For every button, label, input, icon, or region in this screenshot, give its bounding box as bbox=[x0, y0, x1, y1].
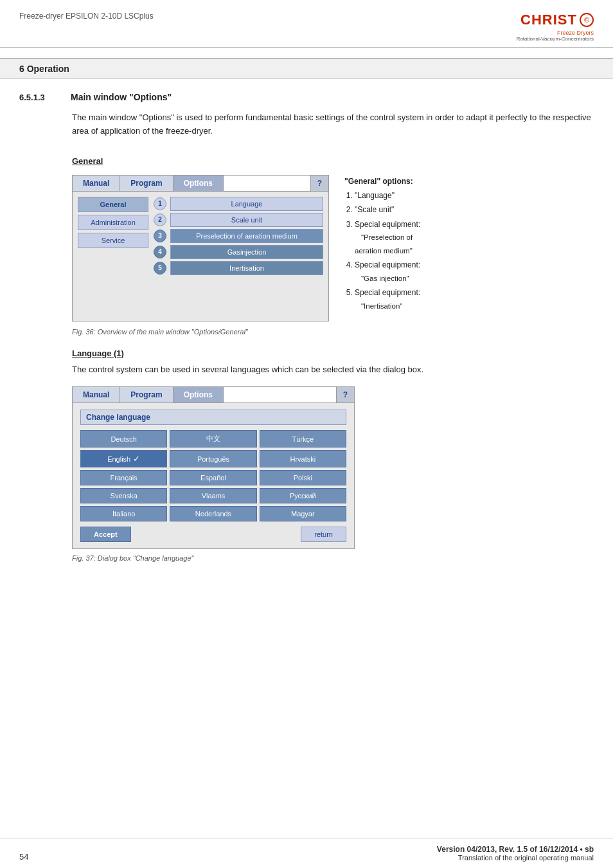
opt-num-5: 5 bbox=[154, 262, 166, 275]
figure-36-wrap: Manual Program Options ? General Adminis… bbox=[72, 175, 594, 321]
logo-text: CHRIST bbox=[520, 12, 577, 28]
intro-paragraph: The main window "Options" is used to per… bbox=[72, 111, 594, 138]
logo-area: CHRIST © Freeze Dryers Rotational-Vacuum… bbox=[517, 12, 594, 42]
lang-manual-btn[interactable]: Manual bbox=[73, 387, 120, 402]
language-section-heading: Language (1) bbox=[72, 348, 594, 358]
list-item-1: "Language" bbox=[355, 189, 420, 202]
opt-label-inertisation[interactable]: Inertisation bbox=[170, 261, 323, 275]
content-area: 6.5.1.3 Main window "Options" The main w… bbox=[0, 79, 613, 588]
subsection-heading: Main window "Options" bbox=[71, 92, 172, 102]
lang-btn-vlaams[interactable]: Vlaams bbox=[170, 488, 256, 503]
list-item-4: Special equipment:"Gas injection" bbox=[355, 258, 420, 285]
logo-circle-icon: © bbox=[580, 13, 594, 27]
panel-body-fig36: General Administration Service 1 Languag… bbox=[73, 192, 328, 321]
opt-row-2: 2 Scale unit bbox=[154, 213, 323, 227]
subsection-number: 6.5.1.3 bbox=[19, 93, 58, 102]
lang-btn-italiano[interactable]: Italiano bbox=[80, 506, 167, 521]
opt-label-language[interactable]: Language bbox=[170, 197, 323, 211]
lang-btn-russian[interactable]: Русский bbox=[260, 488, 346, 503]
help-btn-fig36[interactable]: ? bbox=[310, 176, 328, 191]
opt-row-3: 3 Preselection of aeration medium bbox=[154, 229, 323, 243]
lang-help-btn[interactable]: ? bbox=[336, 387, 354, 402]
list-item-5: Special equipment:"Inertisation" bbox=[355, 286, 420, 312]
opt-num-3: 3 bbox=[154, 230, 166, 242]
list-item-2: "Scale unit" bbox=[355, 203, 420, 216]
options-list-title: "General" options: bbox=[344, 175, 420, 188]
page-header: Freeze-dryer EPSILON 2-10D LSCplus CHRIS… bbox=[0, 0, 613, 47]
fig36-caption: Fig. 36: Overview of the main window "Op… bbox=[72, 328, 594, 336]
lang-options-btn[interactable]: Options bbox=[173, 387, 224, 402]
lang-btn-portugues[interactable]: Português bbox=[170, 450, 256, 467]
options-list-fig36: "General" options: "Language" "Scale uni… bbox=[344, 175, 420, 314]
opt-num-1: 1 bbox=[154, 197, 166, 210]
lang-nav-bar: Manual Program Options ? bbox=[73, 387, 354, 403]
nav-bar-fig36: Manual Program Options ? bbox=[73, 176, 328, 192]
options-btn-fig36[interactable]: Options bbox=[173, 176, 224, 191]
translation-line: Translation of the original operating ma… bbox=[437, 854, 594, 862]
page-number: 54 bbox=[19, 852, 28, 862]
accept-button[interactable]: Accept bbox=[80, 527, 131, 542]
page-footer: 54 Version 04/2013, Rev. 1.5 of 16/12/20… bbox=[0, 838, 613, 868]
logo-sub2: Rotational-Vacuum-Concentrators bbox=[517, 36, 594, 42]
opt-num-2: 2 bbox=[154, 213, 166, 226]
lang-program-btn[interactable]: Program bbox=[120, 387, 173, 402]
subsection-title: 6.5.1.3 Main window "Options" bbox=[19, 92, 594, 102]
lang-btn-english[interactable]: English ✓ bbox=[80, 450, 167, 467]
manual-btn-fig36[interactable]: Manual bbox=[73, 176, 120, 191]
sidebar-nav-fig36: General Administration Service bbox=[78, 197, 148, 316]
sidebar-service[interactable]: Service bbox=[78, 233, 148, 248]
lang-btn-hrvatski[interactable]: Hrvatski bbox=[260, 450, 346, 467]
lang-btn-francais[interactable]: Français bbox=[80, 470, 167, 485]
opt-label-scaleunit[interactable]: Scale unit bbox=[170, 213, 323, 227]
sidebar-administration[interactable]: Administration bbox=[78, 215, 148, 230]
lang-btn-espanol[interactable]: Español bbox=[170, 470, 256, 485]
change-language-title: Change language bbox=[80, 410, 346, 425]
section-bar: 6 Operation bbox=[0, 58, 613, 79]
version-line: Version 04/2013, Rev. 1.5 of 16/12/2014 … bbox=[437, 845, 594, 854]
checkmark-icon: ✓ bbox=[133, 454, 140, 464]
opt-row-4: 4 Gasinjection bbox=[154, 245, 323, 259]
lang-btn-polski[interactable]: Polski bbox=[260, 470, 346, 485]
language-dialog-panel: Manual Program Options ? Change language… bbox=[72, 386, 355, 549]
program-btn-fig36[interactable]: Program bbox=[120, 176, 173, 191]
opt-row-5: 5 Inertisation bbox=[154, 261, 323, 275]
lang-btn-turkce[interactable]: Türkçe bbox=[260, 430, 346, 448]
lang-panel-body: Change language Deutsch 中文 Türkçe Englis… bbox=[73, 403, 354, 548]
lang-actions: Accept return bbox=[80, 527, 346, 542]
fig37-caption: Fig. 37: Dialog box "Change language" bbox=[72, 554, 594, 562]
lang-btn-nederlands[interactable]: Nederlands bbox=[170, 506, 256, 521]
opt-num-4: 4 bbox=[154, 246, 166, 258]
general-heading: General bbox=[72, 156, 594, 166]
language-para: The control system can be used in severa… bbox=[72, 363, 594, 377]
lang-btn-svenska[interactable]: Svenska bbox=[80, 488, 167, 503]
list-item-3: Special equipment:"Preselection ofaerati… bbox=[355, 218, 420, 257]
logo-sub1: Freeze Dryers bbox=[557, 30, 594, 36]
options-panel-fig36: Manual Program Options ? General Adminis… bbox=[72, 175, 329, 321]
main-options-fig36: 1 Language 2 Scale unit 3 Preselection o… bbox=[154, 197, 323, 316]
lang-btn-chinese[interactable]: 中文 bbox=[170, 430, 256, 448]
sidebar-general[interactable]: General bbox=[78, 197, 148, 212]
opt-row-1: 1 Language bbox=[154, 197, 323, 211]
opt-label-preselection[interactable]: Preselection of aeration medium bbox=[170, 229, 323, 243]
language-grid: Deutsch 中文 Türkçe English ✓ Português Hr… bbox=[80, 430, 346, 521]
options-numbered-list: "Language" "Scale unit" Special equipmen… bbox=[344, 189, 420, 312]
device-name: Freeze-dryer EPSILON 2-10D LSCplus bbox=[19, 12, 154, 21]
lang-btn-deutsch[interactable]: Deutsch bbox=[80, 430, 167, 448]
footer-right: Version 04/2013, Rev. 1.5 of 16/12/2014 … bbox=[437, 845, 594, 862]
return-button[interactable]: return bbox=[301, 527, 346, 542]
opt-label-gasinjection[interactable]: Gasinjection bbox=[170, 245, 323, 259]
lang-btn-magyar[interactable]: Magyar bbox=[260, 506, 346, 521]
